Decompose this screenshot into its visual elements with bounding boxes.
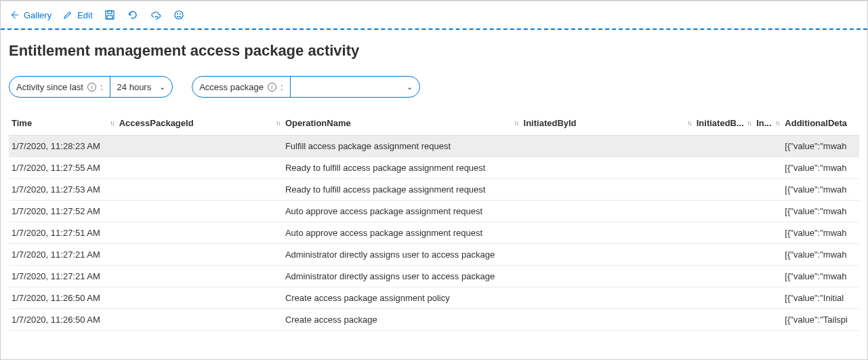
sort-icon[interactable]: ↑↓ (110, 119, 114, 127)
access-package-filter: Access package i : ⌄ (192, 76, 419, 98)
activity-since-label-text: Activity since last (16, 82, 83, 92)
table-row[interactable]: 1/7/2020, 11:28:23 AMFulfill access pack… (9, 136, 859, 157)
table-row[interactable]: 1/7/2020, 11:27:55 AMReady to fulfill ac… (9, 157, 859, 179)
cell-time: 1/7/2020, 11:27:55 AM (9, 157, 117, 179)
table-row[interactable]: 1/7/2020, 11:27:53 AMReady to fulfill ac… (9, 179, 859, 201)
cell-time: 1/7/2020, 11:27:52 AM (9, 201, 117, 222)
cell-initiated-by (694, 266, 753, 287)
column-header-access-package-id[interactable]: AccessPackageId↑↓ (117, 113, 283, 136)
cell-in (753, 179, 782, 201)
column-header-initiated-by-id[interactable]: InitiatedById↑↓ (521, 113, 694, 136)
cell-time: 1/7/2020, 11:26:50 AM (9, 309, 117, 331)
cell-in (753, 222, 782, 244)
app-window: Gallery Edit Entitlement management acce… (0, 0, 868, 360)
cell-initiated-by (694, 287, 753, 309)
column-header-additional-details[interactable]: AdditionalDeta (782, 113, 859, 136)
table-row[interactable]: 1/7/2020, 11:26:50 AMCreate access packa… (9, 309, 859, 331)
cell-operation-name: Create access package (283, 309, 521, 331)
cell-additional-details: [{"value":"mwah (782, 266, 859, 287)
svg-rect-2 (107, 16, 112, 19)
save-icon[interactable] (104, 9, 116, 21)
cell-operation-name: Administrator directly assigns user to a… (283, 266, 521, 287)
table-row[interactable]: 1/7/2020, 11:27:52 AMAuto approve access… (9, 201, 859, 222)
cell-in (753, 244, 782, 266)
cell-access-package-id (117, 287, 283, 309)
svg-point-5 (180, 14, 180, 14)
cell-in (753, 309, 782, 331)
cell-in (753, 201, 782, 222)
cell-initiated-by-id (521, 244, 694, 266)
cell-additional-details: [{"value":"Initial (782, 287, 859, 309)
cell-access-package-id (117, 266, 283, 287)
cell-operation-name: Auto approve access package assignment r… (283, 222, 521, 244)
edit-label: Edit (77, 10, 92, 20)
cell-time: 1/7/2020, 11:26:50 AM (9, 287, 117, 309)
activity-since-value: 24 hours (117, 82, 152, 92)
cell-additional-details: [{"value":"mwah (782, 222, 859, 244)
column-label: In... (756, 118, 771, 128)
info-icon[interactable]: i (268, 83, 276, 92)
content-area: Entitlement management access package ac… (1, 30, 867, 331)
table-header-row: Time↑↓ AccessPackageId↑↓ OperationName↑↓… (9, 113, 859, 136)
sort-icon[interactable]: ↑↓ (775, 119, 779, 127)
svg-point-3 (175, 11, 183, 19)
edit-button[interactable]: Edit (62, 9, 92, 20)
column-header-in[interactable]: In...↑↓ (753, 113, 782, 136)
cell-access-package-id (117, 309, 283, 331)
cell-initiated-by-id (521, 266, 694, 287)
cell-access-package-id (117, 244, 283, 266)
filter-bar: Activity since last i : 24 hours ⌄ Acces… (9, 76, 859, 98)
gallery-button[interactable]: Gallery (9, 9, 51, 20)
refresh-icon[interactable] (127, 9, 139, 21)
column-header-operation-name[interactable]: OperationName↑↓ (283, 113, 521, 136)
activity-since-select[interactable]: 24 hours ⌄ (110, 82, 173, 92)
column-label: InitiatedById (524, 118, 577, 128)
cell-in (753, 266, 782, 287)
cell-in (753, 157, 782, 179)
sort-icon[interactable]: ↑↓ (276, 119, 280, 127)
cell-additional-details: [{"value":"mwah (782, 201, 859, 222)
cell-time: 1/7/2020, 11:27:53 AM (9, 179, 117, 201)
cell-initiated-by (694, 157, 753, 179)
column-label: OperationName (285, 118, 351, 128)
access-package-label: Access package i : (192, 82, 289, 92)
cloud-refresh-icon[interactable] (150, 9, 162, 21)
sort-icon[interactable]: ↑↓ (514, 119, 518, 127)
svg-point-4 (177, 14, 178, 14)
cell-initiated-by (694, 244, 753, 266)
cell-time: 1/7/2020, 11:28:23 AM (9, 136, 117, 157)
cell-time: 1/7/2020, 11:27:51 AM (9, 222, 117, 244)
cell-initiated-by-id (521, 136, 694, 157)
sort-icon[interactable]: ↑↓ (687, 119, 691, 127)
cell-additional-details: [{"value":"mwah (782, 244, 859, 266)
arrow-left-icon (9, 9, 20, 20)
svg-rect-1 (108, 11, 112, 14)
table-row[interactable]: 1/7/2020, 11:27:21 AMAdministrator direc… (9, 244, 859, 266)
cell-in (753, 136, 782, 157)
cell-time: 1/7/2020, 11:27:21 AM (9, 244, 117, 266)
smile-icon[interactable] (173, 9, 185, 21)
cell-initiated-by-id (521, 157, 694, 179)
cell-initiated-by-id (521, 287, 694, 309)
access-package-label-text: Access package (199, 82, 264, 92)
cell-initiated-by (694, 136, 753, 157)
cell-access-package-id (117, 157, 283, 179)
column-header-initiated-by[interactable]: InitiatedB...↑↓ (694, 113, 753, 136)
cell-operation-name: Ready to fulfill access package assignme… (283, 179, 521, 201)
cell-additional-details: [{"value":"mwah (782, 179, 859, 201)
table-row[interactable]: 1/7/2020, 11:26:50 AMCreate access packa… (9, 287, 859, 309)
cell-operation-name: Auto approve access package assignment r… (283, 201, 521, 222)
cell-initiated-by-id (521, 222, 694, 244)
info-icon[interactable]: i (87, 83, 96, 92)
cell-initiated-by (694, 309, 753, 331)
table-row[interactable]: 1/7/2020, 11:27:51 AMAuto approve access… (9, 222, 859, 244)
cell-in (753, 287, 782, 309)
cell-initiated-by-id (521, 179, 694, 201)
table-row[interactable]: 1/7/2020, 11:27:21 AMAdministrator direc… (9, 266, 859, 287)
cell-time: 1/7/2020, 11:27:21 AM (9, 266, 117, 287)
column-header-time[interactable]: Time↑↓ (9, 113, 117, 136)
sort-icon[interactable]: ↑↓ (747, 119, 751, 127)
access-package-select[interactable]: ⌄ (291, 83, 419, 92)
column-label: AdditionalDeta (785, 118, 847, 128)
column-label: AccessPackageId (119, 118, 194, 128)
